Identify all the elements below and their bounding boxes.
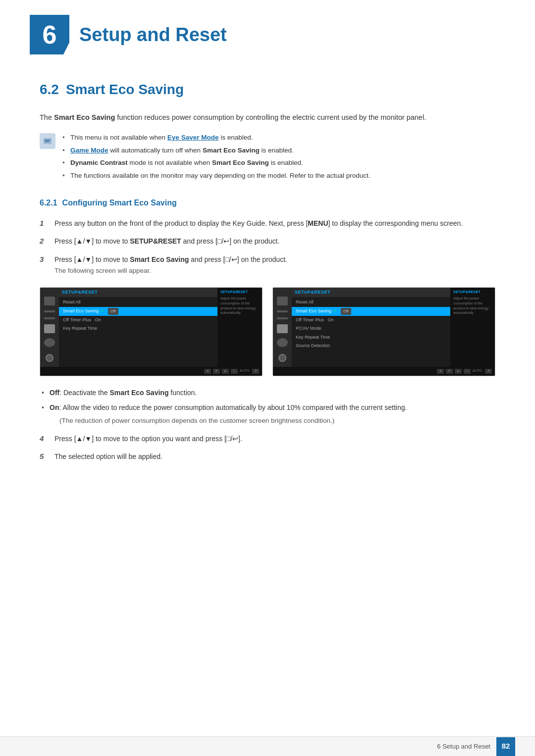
note-box: This menu is not available when Eye Save… — [40, 132, 495, 183]
on-option-note: (The reduction of power consumption depe… — [59, 416, 495, 426]
off-label-left: Off — [108, 308, 118, 315]
sidebar-icon-3r — [277, 317, 288, 319]
sidebar-icon-4r — [277, 324, 288, 333]
right-panel-title-right: SETUP&RESET — [453, 290, 492, 295]
footer-btn-4-right: □ — [464, 369, 471, 374]
steps-list: 1 Press any button on the front of the p… — [40, 218, 495, 276]
sidebar-icon-5 — [44, 338, 55, 347]
chapter-badge: 6 — [30, 15, 69, 54]
footer-btn-2-left: ▼ — [213, 369, 220, 374]
monitor-sidebar-left — [40, 288, 59, 367]
subsection-heading: 6.2.1 Configuring Smart Eco Saving — [40, 197, 495, 209]
step-number-2: 2 — [40, 236, 49, 247]
footer-btn-3-left: ▲ — [222, 369, 229, 374]
option-off: Off: Deactivate the Smart Eco Saving fun… — [40, 387, 495, 398]
step-number-1: 1 — [40, 218, 49, 229]
step-text-4: Press [▲/▼] to move to the option you wa… — [54, 433, 242, 444]
note-icon — [40, 133, 55, 149]
option-on: On: Allow the video to reduce the power … — [40, 402, 495, 426]
step-5: 5 The selected option will be applied. — [40, 451, 495, 462]
sidebar-icon-2 — [44, 310, 55, 312]
sidebar-icon-6 — [46, 354, 54, 362]
footer-btn-5-right: ⚙ — [485, 369, 492, 374]
section-title: Smart Eco Saving — [66, 79, 184, 100]
monitor-right-panel-right: SETUP&RESET Adjust the power consumption… — [450, 288, 495, 367]
menu-items-right: Reset All Smart Eco Saving ✓ Off Off Tim… — [292, 297, 450, 367]
step-text-3: Press [▲/▼] to move to Smart Eco Saving … — [54, 254, 287, 276]
sidebar-icon-3 — [44, 317, 55, 319]
steps-4-5-list: 4 Press [▲/▼] to move to the option you … — [40, 433, 495, 462]
note-item-2: Game Mode will automatically turn off wh… — [62, 145, 371, 156]
sidebar-icon-4 — [44, 324, 55, 333]
menu-row-smart-eco-right: Smart Eco Saving ✓ Off — [292, 307, 450, 316]
screenshot-right: SETUP&RESET Reset All Smart Eco Saving ✓… — [272, 287, 495, 376]
step-1: 1 Press any button on the front of the p… — [40, 218, 495, 229]
note-item-1: This menu is not available when Eye Save… — [62, 132, 371, 143]
menu-row-off-timer-left: Off Timer Plus On — [59, 316, 217, 325]
page-title: Setup and Reset — [79, 21, 227, 49]
monitor-body-left: SETUP&RESET Reset All Smart Eco Saving ✓… — [40, 288, 262, 367]
on-label-text: On — [50, 403, 59, 411]
game-mode-link[interactable]: Game Mode — [70, 147, 108, 154]
menu-row-key-repeat-left: Key Repeat Time — [59, 324, 217, 333]
on-label-left: On — [95, 317, 101, 324]
smart-eco-note2-bold: Smart Eco Saving — [203, 147, 260, 154]
page-footer: 6 Setup and Reset 82 — [0, 736, 535, 756]
step-4: 4 Press [▲/▼] to move to the option you … — [40, 433, 495, 445]
menu-row-pcav-right: PC/AV Mode — [292, 324, 450, 333]
right-panel-text-right: Adjust the power consumption of the prod… — [453, 296, 492, 315]
step-3: 3 Press [▲/▼] to move to Smart Eco Savin… — [40, 254, 495, 276]
menu-row-key-repeat-right: Key Repeat Time — [292, 333, 450, 342]
sidebar-icon-1r — [277, 297, 288, 305]
note-item-4: The functions available on the monitor m… — [62, 170, 371, 181]
dynamic-contrast-bold: Dynamic Contrast — [70, 159, 128, 166]
page-header: 6 Setup and Reset — [0, 0, 535, 64]
footer-btn-1-right: ◄ — [437, 369, 444, 374]
auto-label-right: AUTO — [473, 368, 482, 374]
sidebar-icon-6r — [278, 354, 286, 362]
auto-label-left: AUTO — [240, 368, 249, 374]
footer-btn-5-left: ⚙ — [252, 369, 259, 374]
on-label-right: On — [328, 317, 334, 324]
menu-row-reset-all-left: Reset All — [59, 298, 217, 307]
menu-items-left: Reset All Smart Eco Saving ✓ Off Off Tim… — [59, 297, 217, 367]
screenshots-row: SETUP&RESET Reset All Smart Eco Saving ✓… — [40, 287, 495, 376]
svg-rect-0 — [44, 138, 52, 144]
options-list: Off: Deactivate the Smart Eco Saving fun… — [40, 387, 495, 426]
menu-header-right: SETUP&RESET — [292, 288, 450, 298]
right-panel-title-left: SETUP&RESET — [220, 290, 259, 295]
smart-eco-off-bold: Smart Eco Saving — [109, 389, 168, 397]
menu-row-source-right: Source Detection — [292, 342, 450, 351]
note-item-3: Dynamic Contrast mode is not available w… — [62, 157, 371, 168]
off-label-text: Off — [50, 389, 59, 397]
smart-eco-saving-bold-intro: Smart Eco Saving — [54, 113, 115, 121]
footer-btn-3-right: ▲ — [455, 369, 462, 374]
step-2: 2 Press [▲/▼] to move to SETUP&RESET and… — [40, 236, 495, 247]
step-number-5: 5 — [40, 451, 49, 462]
menu-row-smart-eco-left: Smart Eco Saving ✓ Off — [59, 307, 217, 316]
menu-row-reset-all-right: Reset All — [292, 298, 450, 307]
step-number-3: 3 — [40, 254, 49, 265]
section-heading: 6.2 Smart Eco Saving — [40, 79, 495, 100]
smart-eco-note3-bold: Smart Eco Saving — [212, 159, 269, 166]
footer-page-number: 82 — [496, 737, 515, 756]
intro-paragraph: The Smart Eco Saving function reduces po… — [40, 112, 495, 123]
step-text-5: The selected option will be applied. — [54, 451, 162, 462]
subsection-number: 6.2.1 — [40, 197, 57, 209]
eye-saver-link[interactable]: Eye Saver Mode — [167, 134, 219, 141]
menu-header-left: SETUP&RESET — [59, 288, 217, 298]
footer-btn-2-right: ▼ — [446, 369, 453, 374]
footer-text: 6 Setup and Reset — [437, 742, 490, 752]
off-label-right: Off — [341, 308, 351, 315]
footer-btn-1-left: ◄ — [204, 369, 211, 374]
footer-btn-4-left: □ — [231, 369, 238, 374]
right-panel-text-left: Adjust the power consumption of the prod… — [220, 296, 259, 315]
monitor-main-right: SETUP&RESET Reset All Smart Eco Saving ✓… — [292, 288, 450, 367]
check-mark-right: ✓ — [333, 308, 337, 314]
monitor-body-right: SETUP&RESET Reset All Smart Eco Saving ✓… — [273, 288, 495, 367]
step-text-1: Press any button on the front of the pro… — [54, 218, 463, 229]
sidebar-icon-5r — [277, 338, 288, 347]
screenshot-left: SETUP&RESET Reset All Smart Eco Saving ✓… — [40, 287, 263, 376]
step-text-2: Press [▲/▼] to move to SETUP&RESET and p… — [54, 236, 279, 247]
sidebar-icon-2r — [277, 310, 288, 312]
